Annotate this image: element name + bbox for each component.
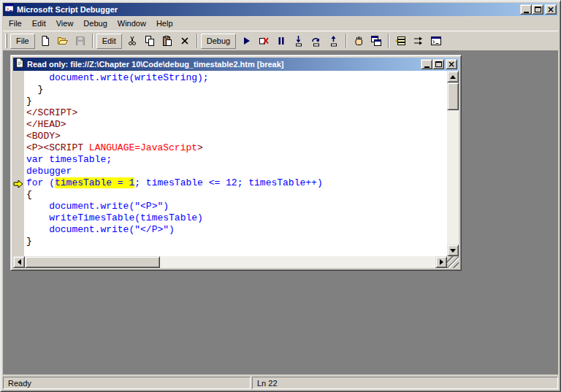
copy-button[interactable] (141, 33, 159, 49)
app-icon (4, 3, 15, 16)
code-segment: document.write(writeString); (26, 72, 209, 83)
code-line: for (timesTable = 1; timesTable <= 12; t… (26, 177, 447, 189)
save-button[interactable] (72, 33, 89, 49)
minimize-button[interactable] (520, 4, 532, 15)
scroll-down-button[interactable] (447, 245, 459, 256)
run-icon (240, 35, 252, 47)
step-into-icon (293, 35, 305, 47)
run-button[interactable] (237, 33, 255, 49)
horizontal-scrollbar[interactable] (13, 256, 447, 268)
horizontal-scroll-thumb[interactable] (25, 256, 160, 268)
open-button[interactable] (54, 33, 72, 49)
copy-icon (144, 35, 156, 47)
scroll-up-button[interactable] (447, 71, 459, 82)
close-button[interactable]: × (545, 4, 557, 15)
status-bar: Ready Ln 22 (3, 374, 558, 389)
code-segment: debugger (26, 166, 72, 177)
menu-help[interactable]: Help (151, 18, 178, 29)
step-into-button[interactable] (290, 33, 308, 49)
document-bottom-row (13, 256, 459, 268)
code-segment: } (26, 236, 32, 247)
scroll-right-button[interactable] (435, 256, 447, 268)
edit-menu-button[interactable]: Edit (96, 34, 122, 49)
code-segment: writeTimesTable(timesTable) (26, 212, 203, 223)
code-line: document.write("</P>") (26, 224, 447, 236)
mdi-workspace: Read only: file://Z:\Chapter 10\Code\deb… (3, 50, 558, 374)
code-line: <BODY> (26, 131, 447, 142)
maximize-icon (435, 61, 442, 67)
debug-menu-button[interactable]: Debug (201, 34, 236, 49)
document-body: document.write(writeString); }}</SCRIPT>… (13, 71, 459, 256)
document-titlebar[interactable]: Read only: file://Z:\Chapter 10\Code\deb… (13, 58, 459, 71)
document-window-controls: × (421, 59, 457, 69)
right-arrow-icon (440, 259, 443, 265)
code-area[interactable]: document.write(writeString); }}</SCRIPT>… (24, 71, 447, 256)
breakpoint-margin[interactable] (13, 71, 24, 256)
menu-file[interactable]: File (4, 18, 27, 29)
code-line: } (26, 96, 447, 107)
toolbar-gripper[interactable] (5, 34, 7, 48)
maximize-button[interactable] (532, 4, 543, 15)
step-out-icon (328, 35, 340, 47)
toolbar: FileEditDebug (3, 31, 558, 50)
break-at-next-icon (353, 35, 365, 47)
code-segment: } (26, 96, 32, 107)
vertical-scrollbar[interactable] (447, 71, 459, 256)
menu-window[interactable]: Window (112, 18, 151, 29)
running-documents-icon (370, 35, 382, 47)
vertical-scroll-thumb[interactable] (447, 82, 459, 110)
code-segment: > (197, 142, 203, 153)
toolbar-separator (92, 34, 94, 48)
maximize-icon (535, 7, 541, 12)
file-menu-button[interactable]: File (10, 34, 35, 49)
resize-grip[interactable] (447, 256, 459, 268)
open-folder-icon (57, 35, 69, 47)
command-window-button[interactable] (427, 33, 445, 49)
step-over-button[interactable] (308, 33, 325, 49)
paste-button[interactable] (159, 33, 176, 49)
horizontal-scroll-track[interactable] (160, 256, 435, 268)
app-window-controls: × (520, 4, 557, 15)
code-line: </HEAD> (26, 119, 447, 131)
command-window-icon (430, 35, 442, 47)
menu-edit[interactable]: Edit (27, 18, 51, 29)
threads-icon (413, 35, 424, 47)
delete-button[interactable] (176, 33, 194, 49)
app-titlebar[interactable]: Microsoft Script Debugger × (3, 3, 558, 16)
code-segment: </SCRIPT> (26, 107, 77, 118)
break-button[interactable] (272, 33, 290, 49)
left-arrow-icon (18, 259, 21, 265)
running-documents-button[interactable] (367, 33, 385, 49)
document-close-button[interactable]: × (446, 59, 457, 69)
code-segment: for ( (26, 177, 55, 188)
break-at-next-statement-button[interactable] (350, 33, 367, 49)
cut-button[interactable] (123, 33, 141, 49)
code-line: <P><SCRIPT LANGUAGE=JavaScript> (26, 142, 447, 154)
call-stack-icon (395, 35, 407, 47)
code-line: document.write("<P>") (26, 201, 447, 212)
document-maximize-button[interactable] (432, 59, 444, 69)
threads-button[interactable] (410, 33, 427, 49)
code-line: writeTimesTable(timesTable) (26, 212, 447, 224)
save-icon (75, 35, 86, 47)
stop-debugging-button[interactable] (255, 33, 272, 49)
code-line: debugger (26, 166, 447, 177)
menu-view[interactable]: View (51, 18, 79, 29)
code-line: document.write(writeString); (26, 72, 447, 84)
scroll-left-button[interactable] (13, 256, 25, 268)
call-stack-button[interactable] (392, 33, 410, 49)
paste-icon (161, 35, 173, 47)
document-window: Read only: file://Z:\Chapter 10\Code\deb… (10, 55, 462, 271)
document-minimize-button[interactable] (421, 59, 432, 69)
code-segment: } (26, 84, 43, 95)
new-document-button[interactable] (37, 33, 54, 49)
vertical-scroll-track[interactable] (447, 110, 459, 245)
code-segment: ; timesTable <= 12; timesTable++) (134, 177, 322, 188)
code-line: { (26, 189, 447, 201)
status-message: Ready (3, 377, 251, 389)
document-icon (15, 58, 25, 71)
cut-icon (126, 35, 138, 47)
menu-debug[interactable]: Debug (78, 18, 112, 29)
step-out-button[interactable] (325, 33, 343, 49)
code-segment: <BODY> (26, 131, 61, 142)
